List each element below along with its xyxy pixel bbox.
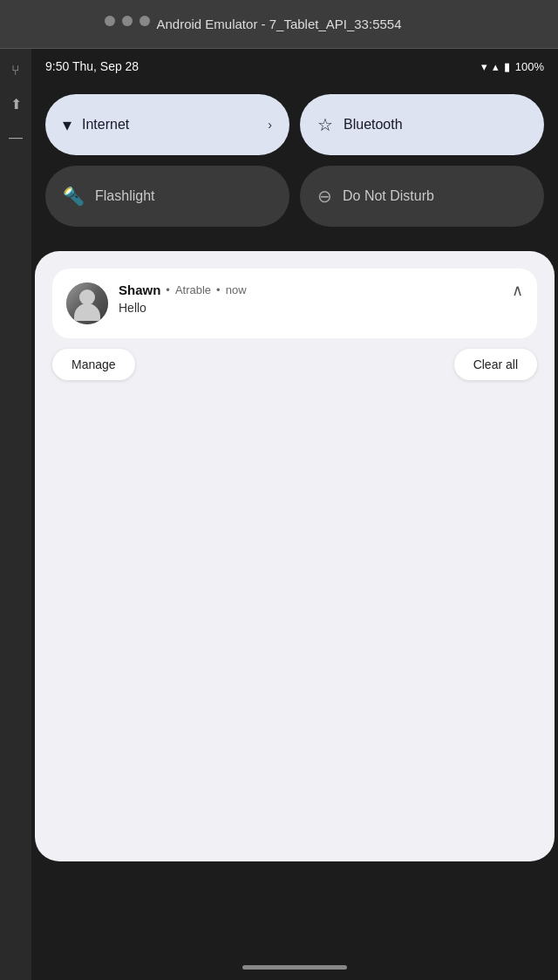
- status-icons: ▾ ▴ ▮ 100%: [481, 60, 544, 73]
- win-maximize[interactable]: [140, 16, 150, 26]
- wifi-tile-icon: ▾: [63, 114, 71, 135]
- notif-actions-row: Manage Clear all: [52, 349, 537, 380]
- status-time: 9:50 Thu, Sep 28: [45, 59, 139, 73]
- qs-tile-flashlight[interactable]: 🔦 Flashlight: [45, 166, 289, 227]
- battery-percentage: 100%: [515, 60, 544, 73]
- notification-area: Shawn • Atrable • now Hello ∧ Manage Cle…: [35, 251, 555, 861]
- status-bar: 9:50 Thu, Sep 28 ▾ ▴ ▮ 100%: [31, 49, 558, 84]
- notif-title-row: Shawn • Atrable • now: [119, 282, 523, 297]
- notif-time: now: [226, 283, 247, 296]
- wifi-icon: ▾: [481, 60, 487, 73]
- qs-row-1: ▾ Internet › ☆ Bluetooth: [45, 94, 544, 155]
- title-bar-text: Android Emulator - 7_Tablet_API_33:5554: [156, 17, 401, 31]
- bottom-nav-handle: [242, 965, 347, 970]
- qs-tile-donotdisturb[interactable]: ⊖ Do Not Disturb: [300, 166, 544, 227]
- notif-message-text: Hello: [119, 301, 523, 315]
- qs-row-2: 🔦 Flashlight ⊖ Do Not Disturb: [45, 166, 544, 227]
- window-controls: [105, 16, 150, 26]
- qs-tile-internet[interactable]: ▾ Internet ›: [45, 94, 289, 155]
- chevron-right-icon: ›: [268, 118, 272, 132]
- left-sidebar: ⑂ ⬆ —: [0, 49, 31, 980]
- bluetooth-tile-icon: ☆: [317, 114, 333, 135]
- signal-icon: ▴: [493, 60, 499, 73]
- notif-separator: •: [216, 283, 221, 296]
- notif-expand-button[interactable]: ∧: [512, 281, 523, 300]
- sidebar-minus-icon[interactable]: —: [9, 130, 23, 146]
- win-close[interactable]: [105, 16, 115, 26]
- dnd-tile-icon: ⊖: [317, 186, 332, 207]
- notification-card: Shawn • Atrable • now Hello ∧: [52, 269, 537, 338]
- win-minimize[interactable]: [122, 16, 133, 26]
- quick-settings-panel: ▾ Internet › ☆ Bluetooth 🔦 Flashlight ⊖ …: [31, 84, 558, 251]
- qs-tile-bluetooth[interactable]: ☆ Bluetooth: [300, 94, 544, 155]
- notif-header: Shawn • Atrable • now Hello: [66, 282, 523, 324]
- qs-bluetooth-label: Bluetooth: [344, 117, 403, 133]
- sidebar-upload-icon[interactable]: ⬆: [10, 96, 22, 112]
- avatar-image: [66, 282, 108, 324]
- battery-icon: ▮: [504, 60, 510, 73]
- flashlight-tile-icon: 🔦: [63, 186, 85, 207]
- emulator-screen: 9:50 Thu, Sep 28 ▾ ▴ ▮ 100% ▾ Internet ›…: [31, 49, 558, 980]
- sidebar-fork-icon[interactable]: ⑂: [11, 63, 20, 78]
- qs-internet-label: Internet: [82, 117, 129, 133]
- notif-avatar: [66, 282, 108, 324]
- qs-dnd-label: Do Not Disturb: [343, 188, 434, 204]
- manage-button[interactable]: Manage: [52, 349, 135, 380]
- title-bar: Android Emulator - 7_Tablet_API_33:5554: [0, 0, 558, 49]
- notif-app-name: •: [166, 283, 170, 296]
- notif-app-label: Atrable: [175, 283, 211, 296]
- notif-content: Shawn • Atrable • now Hello: [119, 282, 523, 315]
- qs-flashlight-label: Flashlight: [95, 188, 154, 204]
- notif-sender-name: Shawn: [119, 282, 160, 297]
- clear-all-button[interactable]: Clear all: [454, 349, 537, 380]
